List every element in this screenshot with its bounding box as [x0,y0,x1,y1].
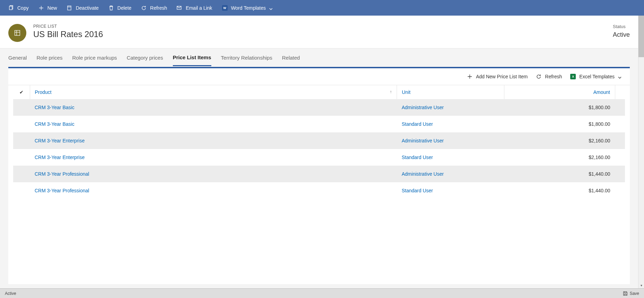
refresh-icon [141,5,147,11]
record-header: PRICE LIST US Bill Rates 2016 Status Act… [0,16,638,48]
cell-spacer [615,166,625,182]
email-link-button[interactable]: Email a Link [173,3,216,13]
plus-icon [38,5,44,11]
plus-icon [467,74,473,79]
copy-icon [8,5,14,11]
tab-general[interactable]: General [8,50,27,65]
row-selector[interactable] [13,166,30,182]
status-label: Status [613,24,630,29]
column-amount-label: Amount [593,89,610,95]
column-amount[interactable]: Amount [504,85,615,99]
copy-button[interactable]: Copy [4,3,33,13]
entity-icon [8,24,26,42]
refresh-button[interactable]: Refresh [137,3,171,13]
tab-related[interactable]: Related [282,50,300,65]
grid-area: Add New Price List Item Refresh X Excel … [0,67,638,288]
word-icon: W [222,5,228,11]
deactivate-icon [67,5,72,11]
chevron-down-icon [618,75,621,78]
cell-unit[interactable]: Administrative User [397,166,504,182]
excel-templates-label: Excel Templates [579,74,615,79]
refresh-icon [536,74,541,79]
excel-templates-button[interactable]: X Excel Templates [567,72,625,81]
cell-product[interactable]: CRM 3-Year Basic [30,99,397,116]
copy-label: Copy [17,5,29,11]
delete-label: Delete [117,5,131,11]
refresh-label: Refresh [150,5,167,11]
word-templates-label: Word Templates [231,5,266,11]
tab-territory-relationships[interactable]: Territory Relationships [221,50,272,65]
cell-unit[interactable]: Standard User [397,149,504,166]
cell-amount: $1,800.00 [504,116,615,132]
table-row[interactable]: CRM 3-Year ProfessionalStandard User$1,4… [13,182,625,199]
table-row[interactable]: CRM 3-Year EnterpriseAdministrative User… [13,132,625,149]
tab-role-prices[interactable]: Role prices [36,50,62,65]
column-spacer [615,85,625,99]
table-row[interactable]: CRM 3-Year BasicAdministrative User$1,80… [13,99,625,116]
tab-role-price-markups[interactable]: Role price markups [72,50,117,65]
cell-amount: $1,440.00 [504,166,615,182]
grid-command-bar: Add New Price List Item Refresh X Excel … [8,68,630,85]
cell-product[interactable]: CRM 3-Year Enterprise [30,149,397,166]
scroll-down-arrow-icon[interactable]: ▾ [638,282,644,288]
price-list-items-table: ✔ Product ↑ Unit Amount CRM 3-Year [13,85,625,199]
column-product[interactable]: Product ↑ [30,85,397,99]
excel-icon: X [570,74,576,79]
deactivate-button[interactable]: Deactivate [63,3,103,13]
row-selector[interactable] [13,182,30,199]
svg-rect-1 [68,6,71,10]
cell-amount: $2,160.00 [504,132,615,149]
cell-product[interactable]: CRM 3-Year Enterprise [30,132,397,149]
entity-label: PRICE LIST [33,24,103,29]
cell-unit[interactable]: Standard User [397,116,504,132]
grid-refresh-label: Refresh [545,74,562,79]
cell-unit[interactable]: Standard User [397,182,504,199]
grid-refresh-button[interactable]: Refresh [532,72,565,81]
cell-amount: $2,160.00 [504,149,615,166]
deactivate-label: Deactivate [76,5,99,11]
email-icon [177,5,182,11]
add-new-label: Add New Price List Item [476,74,528,79]
column-product-label: Product [35,89,52,95]
new-button[interactable]: New [34,3,61,13]
cell-product[interactable]: CRM 3-Year Basic [30,116,397,132]
save-icon [623,291,628,296]
cell-unit[interactable]: Administrative User [397,132,504,149]
tab-category-prices[interactable]: Category prices [127,50,163,65]
delete-button[interactable]: Delete [104,3,135,13]
command-bar: Copy New Deactivate Delete Refresh Email… [0,0,644,16]
tab-price-list-items[interactable]: Price List Items [173,50,211,66]
tab-bar: General Role prices Role price markups C… [0,48,638,67]
table-row[interactable]: CRM 3-Year EnterpriseStandard User$2,160… [13,149,625,166]
cell-product[interactable]: CRM 3-Year Professional [30,166,397,182]
page-title: US Bill Rates 2016 [33,29,103,39]
sort-ascending-icon: ↑ [390,89,392,94]
cell-spacer [615,99,625,116]
row-selector[interactable] [13,116,30,132]
row-selector[interactable] [13,132,30,149]
column-unit[interactable]: Unit [397,85,504,99]
checkmark-icon: ✔ [19,89,24,95]
row-selector[interactable] [13,99,30,116]
cell-unit[interactable]: Administrative User [397,99,504,116]
svg-rect-0 [9,6,12,10]
table-row[interactable]: CRM 3-Year ProfessionalAdministrative Us… [13,166,625,182]
row-selector[interactable] [13,149,30,166]
save-button[interactable]: Save [623,291,639,296]
cell-spacer [615,149,625,166]
chevron-down-icon [269,6,273,10]
cell-product[interactable]: CRM 3-Year Professional [30,182,397,199]
add-new-price-list-item-button[interactable]: Add New Price List Item [464,72,531,81]
cell-spacer [615,182,625,199]
cell-amount: $1,800.00 [504,99,615,116]
email-link-label: Email a Link [186,5,212,11]
vertical-scrollbar[interactable]: ▾ [638,16,644,288]
word-templates-button[interactable]: W Word Templates [218,3,277,13]
cell-amount: $1,440.00 [504,182,615,199]
cell-spacer [615,132,625,149]
scrollbar-thumb[interactable] [638,16,644,57]
table-row[interactable]: CRM 3-Year BasicStandard User$1,800.00 [13,116,625,132]
column-unit-label: Unit [402,89,411,95]
select-all-column[interactable]: ✔ [13,85,30,99]
new-label: New [47,5,57,11]
